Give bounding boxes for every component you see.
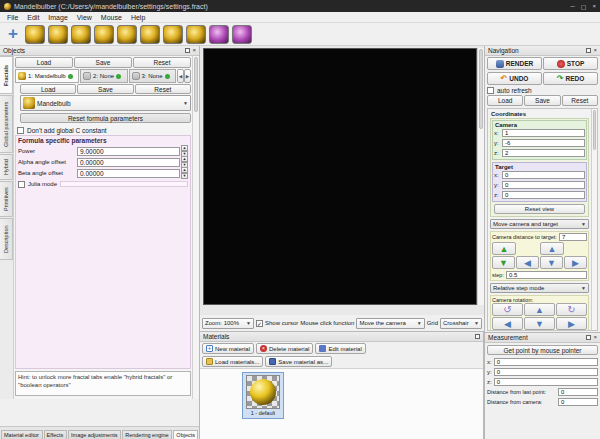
measure-y-value[interactable]: 0	[494, 368, 598, 376]
move-up-button[interactable]: ▲	[540, 242, 564, 255]
load-fractal-button[interactable]: Load	[15, 57, 73, 68]
save-formula-button[interactable]: Save	[77, 84, 133, 94]
julia-mode-checkbox[interactable]	[18, 181, 25, 188]
close-dock-icon[interactable]: ×	[593, 48, 597, 53]
nav-reset-button[interactable]: Reset	[562, 95, 598, 106]
distance-camera-value[interactable]: 0	[558, 398, 598, 406]
reset-formula-button[interactable]: Reset	[135, 84, 191, 94]
preset-mandelbox-icon[interactable]	[48, 25, 68, 44]
menu-view[interactable]: View	[73, 13, 96, 22]
edit-material-button[interactable]: Edit material	[315, 343, 365, 354]
reset-view-button[interactable]: Reset view	[494, 204, 585, 214]
delete-material-button[interactable]: × Delete material	[256, 343, 313, 354]
distance-last-point-value[interactable]: 0	[558, 388, 598, 396]
navigation-scrollbar[interactable]	[591, 109, 597, 330]
global-c-checkbox[interactable]	[17, 127, 24, 134]
tab-global-parameters[interactable]: Global parameters	[0, 95, 13, 153]
auto-refresh-checkbox[interactable]	[487, 87, 494, 94]
formula-tab-3[interactable]: 3: None	[129, 69, 176, 83]
camera-z-input[interactable]: 2	[502, 149, 585, 157]
minimize-icon[interactable]: ─	[571, 3, 575, 10]
power-input[interactable]: 9.00000	[77, 147, 180, 156]
target-z-input[interactable]: 0	[502, 191, 585, 199]
rotate-ccw-button[interactable]: ↺	[492, 303, 523, 316]
move-forward-button[interactable]: ▲	[492, 242, 516, 255]
preset-xenodreambuie-icon[interactable]	[232, 25, 252, 44]
tab-fractals[interactable]: Fractals	[0, 56, 13, 94]
close-dock-icon[interactable]: ×	[593, 335, 597, 340]
load-materials-button[interactable]: Load materials...	[202, 356, 263, 367]
rotate-left-button[interactable]: ◀	[492, 317, 523, 330]
rotate-up-button[interactable]: ▲	[524, 303, 555, 316]
stop-button[interactable]: STOP	[543, 57, 598, 70]
grid-combo[interactable]: Crosshair ▼	[440, 318, 482, 329]
save-material-button[interactable]: Save material as...	[265, 356, 332, 367]
add-preset-icon[interactable]: +	[4, 25, 22, 43]
save-fractal-button[interactable]: Save	[74, 57, 132, 68]
float-dock-icon[interactable]	[475, 334, 480, 339]
close-icon[interactable]: ×	[592, 3, 596, 10]
move-mode-combo[interactable]: Move camera and target ▼	[490, 219, 589, 229]
get-point-button[interactable]: Get point by mouse pointer	[487, 345, 598, 355]
preset-menger-sponge-icon[interactable]	[71, 25, 91, 44]
undo-button[interactable]: ↶ UNDO	[487, 72, 542, 85]
formula-tab-2[interactable]: 2: None	[80, 69, 127, 83]
float-dock-icon[interactable]	[586, 48, 591, 53]
scrollbar-thumb[interactable]	[194, 57, 198, 112]
preset-mandelbulb-icon[interactable]	[25, 25, 45, 44]
maximize-icon[interactable]: ▢	[581, 3, 587, 10]
step-input[interactable]: 0.5	[506, 271, 587, 279]
show-cursor-checkbox[interactable]: ✓	[256, 320, 263, 327]
tab-description[interactable]: Description	[0, 218, 13, 260]
nav-load-button[interactable]: Load	[487, 95, 523, 106]
render-view[interactable]	[203, 48, 477, 305]
reset-formula-parameters-button[interactable]: Reset formula parameters	[20, 113, 191, 123]
menu-file[interactable]: File	[3, 13, 22, 22]
scrollbar-thumb[interactable]	[479, 49, 483, 129]
tab-image-adjustments[interactable]: Image adjustments	[68, 430, 121, 439]
reset-fractal-button[interactable]: Reset	[133, 57, 191, 68]
menu-mouse[interactable]: Mouse	[97, 13, 126, 22]
tab-effects[interactable]: Effects	[44, 430, 67, 439]
float-dock-icon[interactable]	[185, 48, 190, 53]
preset-spiky-bulb-icon[interactable]	[140, 25, 160, 44]
move-backward-button[interactable]: ▼	[492, 256, 515, 269]
scrollbar-thumb[interactable]	[593, 110, 596, 150]
move-down-button[interactable]: ▼	[540, 256, 563, 269]
spin-up-icon[interactable]: ▲	[580, 330, 587, 332]
beta-angle-spinner[interactable]: ▲ ▼	[181, 167, 188, 179]
preset-bulb-power2-icon[interactable]	[117, 25, 137, 44]
load-formula-button[interactable]: Load	[20, 84, 76, 94]
tab-primitives[interactable]: Primitives	[0, 181, 13, 217]
preset-smooth-bulb-icon[interactable]	[186, 25, 206, 44]
tab-material-editor[interactable]: Material editor	[1, 430, 43, 439]
rotate-cw-button[interactable]: ↻	[556, 303, 587, 316]
rotate-down-button[interactable]: ▼	[524, 317, 555, 330]
objects-scrollbar[interactable]	[192, 56, 199, 399]
nav-save-button[interactable]: Save	[524, 95, 560, 106]
close-dock-icon[interactable]: ×	[192, 48, 196, 53]
tab-rendering-engine[interactable]: Rendering engine	[122, 430, 172, 439]
camera-distance-input[interactable]: 7	[559, 233, 587, 241]
render-button[interactable]: RENDER	[487, 57, 542, 70]
menu-image[interactable]: Image	[44, 13, 71, 22]
formula-tabs-next-icon[interactable]: ▶	[184, 69, 191, 83]
preset-box-fold-icon[interactable]	[163, 25, 183, 44]
preset-tetrahedron-icon[interactable]	[94, 25, 114, 44]
beta-angle-input[interactable]: 0.00000	[77, 169, 180, 178]
material-item-default[interactable]: 1 - default	[242, 372, 284, 419]
target-y-input[interactable]: 0	[502, 181, 585, 189]
mouse-click-function-combo[interactable]: Move the camera ▼	[356, 318, 424, 329]
tab-objects[interactable]: Objects	[173, 430, 198, 439]
redo-button[interactable]: ↷ REDO	[543, 72, 598, 85]
formula-select-combo[interactable]: Mandelbulb ▼	[20, 95, 191, 111]
formula-tabs-prev-icon[interactable]: ◀	[177, 69, 184, 83]
tab-hybrid[interactable]: Hybrid	[0, 154, 13, 180]
step-mode-combo[interactable]: Relative step mode ▼	[490, 283, 589, 293]
move-left-button[interactable]: ◀	[516, 256, 539, 269]
target-x-input[interactable]: 0	[502, 171, 585, 179]
zoom-combo[interactable]: Zoom: 100% ▼	[202, 318, 254, 329]
float-dock-icon[interactable]	[586, 335, 591, 340]
alpha-angle-input[interactable]: 0.00000	[77, 158, 180, 167]
move-right-button[interactable]: ▶	[564, 256, 587, 269]
